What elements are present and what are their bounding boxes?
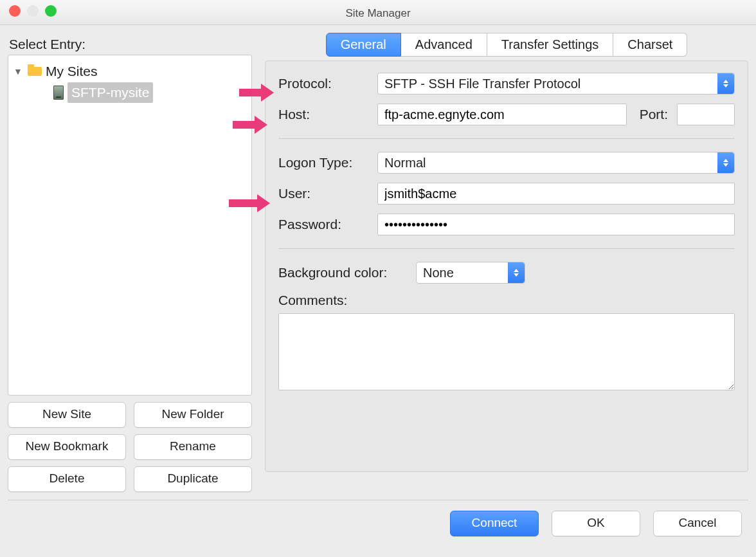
connect-button[interactable]: Connect: [450, 511, 539, 536]
traffic-lights: [9, 5, 57, 17]
minimize-icon[interactable]: [27, 5, 39, 17]
comments-label: Comments:: [278, 293, 347, 308]
password-label: Password:: [278, 217, 368, 232]
updown-icon: [508, 262, 525, 283]
logon-type-select[interactable]: Normal: [377, 152, 735, 174]
divider: [278, 248, 735, 249]
rename-button[interactable]: Rename: [134, 434, 252, 460]
logon-type-value: Normal: [378, 156, 717, 170]
divider: [278, 138, 735, 139]
bg-color-value: None: [417, 266, 508, 280]
user-input[interactable]: [377, 183, 735, 205]
footer: Connect OK Cancel: [0, 500, 756, 547]
duplicate-button[interactable]: Duplicate: [134, 466, 252, 492]
close-icon[interactable]: [9, 5, 21, 17]
delete-button[interactable]: Delete: [8, 466, 126, 492]
user-label: User:: [278, 186, 368, 201]
ok-button[interactable]: OK: [552, 511, 640, 536]
site-tree[interactable]: ▼ My Sites SFTP-mysite: [8, 55, 252, 396]
server-icon: [53, 86, 64, 100]
bg-color-label: Background color:: [278, 265, 407, 280]
protocol-value: SFTP - SSH File Transfer Protocol: [378, 77, 717, 91]
tabs: General Advanced Transfer Settings Chars…: [265, 33, 748, 57]
port-input[interactable]: [677, 104, 735, 125]
tree-item-selected[interactable]: SFTP-mysite: [53, 82, 248, 103]
new-bookmark-button[interactable]: New Bookmark: [8, 434, 126, 460]
title-bar: Site Manager: [0, 0, 756, 25]
port-label: Port:: [640, 107, 668, 122]
folder-icon: [28, 66, 42, 77]
comments-textarea[interactable]: [278, 313, 735, 390]
tab-advanced[interactable]: Advanced: [401, 33, 487, 57]
window-title: Site Manager: [345, 7, 410, 19]
protocol-label: Protocol:: [278, 76, 368, 91]
chevron-down-icon[interactable]: ▼: [12, 62, 24, 81]
cancel-button[interactable]: Cancel: [653, 511, 742, 536]
tab-transfer[interactable]: Transfer Settings: [487, 33, 614, 57]
host-input[interactable]: [377, 104, 627, 125]
host-label: Host:: [278, 107, 368, 122]
new-site-button[interactable]: New Site: [8, 402, 126, 428]
tab-general[interactable]: General: [326, 33, 401, 57]
password-input[interactable]: [377, 214, 735, 235]
updown-icon: [717, 73, 734, 94]
bg-color-select[interactable]: None: [416, 262, 525, 284]
new-folder-button[interactable]: New Folder: [134, 402, 252, 428]
form-panel: Protocol: SFTP - SSH File Transfer Proto…: [265, 60, 748, 472]
select-entry-label: Select Entry:: [9, 37, 252, 52]
zoom-icon[interactable]: [45, 5, 57, 17]
tree-root-label: My Sites: [46, 62, 98, 81]
tab-charset[interactable]: Charset: [613, 33, 687, 57]
logon-type-label: Logon Type:: [278, 155, 368, 170]
tree-item-label: SFTP-mysite: [68, 82, 153, 103]
protocol-select[interactable]: SFTP - SSH File Transfer Protocol: [377, 73, 735, 95]
tree-root[interactable]: ▼ My Sites: [12, 62, 248, 81]
updown-icon: [717, 152, 734, 173]
